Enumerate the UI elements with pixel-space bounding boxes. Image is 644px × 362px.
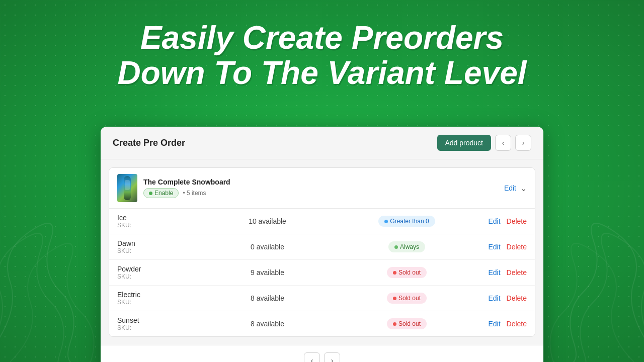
product-header: The Complete Snowboard Enable • 5 items … <box>109 168 535 209</box>
product-info: The Complete Snowboard Enable • 5 items <box>143 178 230 198</box>
variant-actions: Edit Delete <box>476 243 527 251</box>
variant-sku: SKU: <box>117 273 198 280</box>
variant-badge-area: Sold out <box>337 318 476 329</box>
variant-available: 8 available <box>198 320 337 328</box>
variant-actions: Edit Delete <box>476 217 527 225</box>
nav-next-button[interactable]: › <box>515 135 531 151</box>
variant-sku: SKU: <box>117 222 198 229</box>
variant-info: Sunset SKU: <box>117 316 198 331</box>
status-badge: Sold out <box>387 318 427 329</box>
variant-delete-button[interactable]: Delete <box>507 243 527 251</box>
variant-info: Electric SKU: <box>117 291 198 306</box>
variant-edit-button[interactable]: Edit <box>488 217 500 225</box>
chevron-up-icon: ⌄ <box>520 184 527 193</box>
chevron-right-icon: › <box>522 139 525 147</box>
variant-name: Dawn <box>117 239 198 247</box>
hero-line2: Down To The Variant Level <box>0 55 644 90</box>
items-count: • 5 items <box>183 190 206 197</box>
product-meta: Enable • 5 items <box>143 188 230 198</box>
variant-delete-button[interactable]: Delete <box>507 320 527 328</box>
table-row: Dawn SKU: 0 available Always Edit Delete <box>109 234 535 260</box>
variant-edit-button[interactable]: Edit <box>488 243 500 251</box>
variant-delete-button[interactable]: Delete <box>507 217 527 225</box>
snowboard-graphic <box>124 176 131 200</box>
page-next-button[interactable]: › <box>324 352 340 362</box>
status-badge: Always <box>388 241 425 252</box>
variant-delete-button[interactable]: Delete <box>507 268 527 277</box>
variant-name: Sunset <box>117 316 198 324</box>
card-header: Create Pre Order Add product ‹ › <box>101 127 543 159</box>
variant-badge-area: Always <box>337 241 476 252</box>
variant-actions: Edit Delete <box>476 268 527 277</box>
product-edit-link[interactable]: Edit <box>504 184 516 192</box>
variant-available: 8 available <box>198 294 337 302</box>
variant-badge-area: Sold out <box>337 293 476 304</box>
card-title: Create Pre Order <box>113 138 185 148</box>
product-thumbnail <box>117 174 137 202</box>
table-row: Powder SKU: 9 available Sold out Edit De… <box>109 260 535 286</box>
variant-sku: SKU: <box>117 299 198 306</box>
card-body: The Complete Snowboard Enable • 5 items … <box>109 167 535 337</box>
chevron-left-icon: ‹ <box>502 139 505 147</box>
variant-badge-area: Greater than 0 <box>337 216 476 227</box>
variant-available: 10 available <box>198 217 337 225</box>
chevron-left-icon: ‹ <box>311 356 313 362</box>
variant-delete-button[interactable]: Delete <box>507 294 527 302</box>
status-badge-label: Enable <box>154 190 173 197</box>
product-header-left: The Complete Snowboard Enable • 5 items <box>117 174 230 202</box>
variant-edit-button[interactable]: Edit <box>488 268 500 277</box>
variant-available: 9 available <box>198 268 337 277</box>
nav-prev-button[interactable]: ‹ <box>495 135 511 151</box>
table-row: Ice SKU: 10 available Greater than 0 Edi… <box>109 209 535 234</box>
table-row: Electric SKU: 8 available Sold out Edit … <box>109 286 535 311</box>
variant-sku: SKU: <box>117 247 198 254</box>
table-row: Sunset SKU: 8 available Sold out Edit De… <box>109 311 535 336</box>
variant-actions: Edit Delete <box>476 320 527 328</box>
hero-line1: Easily Create Preorders <box>0 20 644 55</box>
chevron-right-icon: › <box>331 356 334 362</box>
variant-available: 0 available <box>198 243 337 251</box>
product-name: The Complete Snowboard <box>143 178 230 186</box>
variant-sku: SKU: <box>117 324 198 331</box>
status-badge: Enable <box>143 188 179 198</box>
status-badge: Greater than 0 <box>378 216 435 227</box>
add-product-button[interactable]: Add product <box>437 135 492 151</box>
variant-edit-button[interactable]: Edit <box>488 320 500 328</box>
page-prev-button[interactable]: ‹ <box>304 352 320 362</box>
status-badge: Sold out <box>387 293 427 304</box>
product-header-right: Edit ⌄ <box>504 184 527 193</box>
variant-info: Dawn SKU: <box>117 239 198 254</box>
variant-name: Electric <box>117 291 198 299</box>
variant-info: Powder SKU: <box>117 265 198 280</box>
status-badge: Sold out <box>387 267 427 278</box>
variant-actions: Edit Delete <box>476 294 527 302</box>
variant-name: Ice <box>117 214 198 222</box>
card-header-actions: Add product ‹ › <box>437 135 532 151</box>
collapse-button[interactable]: ⌄ <box>520 184 527 193</box>
variant-badge-area: Sold out <box>337 267 476 278</box>
variant-name: Powder <box>117 265 198 273</box>
variants-list: Ice SKU: 10 available Greater than 0 Edi… <box>109 209 535 336</box>
hero-title: Easily Create Preorders Down To The Vari… <box>0 20 644 91</box>
card-footer: ‹ › <box>101 345 543 362</box>
variant-info: Ice SKU: <box>117 214 198 229</box>
main-card: Create Pre Order Add product ‹ › The Com… <box>101 127 543 362</box>
variant-edit-button[interactable]: Edit <box>488 294 500 302</box>
